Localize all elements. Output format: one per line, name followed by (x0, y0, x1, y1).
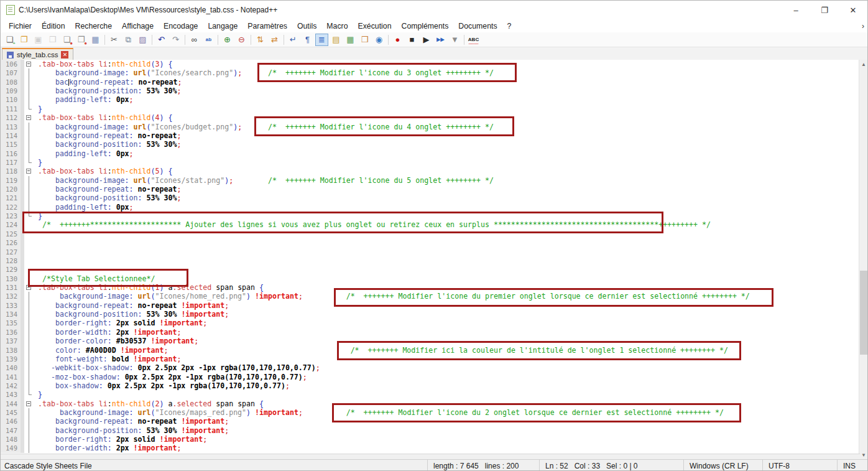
toolbar-separator (251, 35, 251, 45)
sync-horizontal-scroll-icon[interactable]: ⇄ (268, 34, 281, 46)
menu-item-documents[interactable]: Documents (453, 21, 502, 32)
notepadpp-logo-icon (6, 5, 15, 15)
line-number: 149 (1, 444, 21, 452)
code-text: .tab-box-tabs li:nth-child(3) { (34, 60, 172, 68)
menu-item-dition[interactable]: Édition (37, 21, 70, 32)
new-file-icon[interactable]: ❏+ (3, 34, 16, 46)
menu-item-affichage[interactable]: Affichage (117, 21, 159, 32)
code-line: 126 (1, 238, 860, 247)
save-all-icon[interactable]: ❒ (46, 34, 59, 46)
spell-check-icon[interactable]: ABC (467, 34, 480, 46)
menu-item-complments[interactable]: Compléments (397, 21, 454, 32)
code-text (34, 256, 38, 265)
line-number: 132 (1, 292, 21, 301)
vertical-scrollbar[interactable]: ▲ ▼ (859, 60, 867, 459)
restore-button[interactable]: ❐ (810, 1, 839, 19)
code-text (34, 238, 38, 247)
code-text: background-position: 53% 30% !important; (34, 426, 229, 435)
scrollbar-thumb[interactable] (860, 271, 867, 355)
menu-item-macro[interactable]: Macro (321, 21, 353, 32)
copy-icon[interactable]: ⧉ (122, 34, 135, 46)
fold-open-icon[interactable] (24, 283, 34, 292)
line-number: 131 (1, 283, 21, 292)
macro-play-icon[interactable]: ▶ (420, 34, 433, 46)
fold-cont-icon (24, 363, 34, 372)
code-line: 139 font-weight: bold !important; (1, 355, 860, 363)
macro-record-icon[interactable]: ● (391, 34, 404, 46)
paste-icon[interactable]: ▨ (136, 34, 149, 46)
document-monitoring-eye-icon[interactable]: ◉ (372, 34, 386, 46)
save-icon[interactable]: ▣ (32, 34, 45, 46)
macro-run-multiple-icon[interactable]: ▶▶ (434, 34, 447, 46)
scroll-up-icon[interactable]: ▲ (859, 60, 868, 68)
code-editor[interactable]: 106.tab-box-tabs li:nth-child(3) {107 ba… (1, 60, 860, 454)
code-line: 149 border-width: 2px !important; (1, 444, 860, 452)
zoom-out-icon[interactable]: ⊖ (235, 34, 248, 46)
zoom-in-icon[interactable]: ⊕ (221, 34, 234, 46)
redo-icon[interactable]: ↷ (169, 34, 182, 46)
code-text: .tab-box-tabs li:nth-child(5) { (34, 167, 172, 175)
folder-as-workspace-icon[interactable]: ❒ (358, 34, 371, 46)
menu-item-excution[interactable]: Exécution (353, 21, 396, 32)
menu-item-?[interactable]: ? (502, 21, 517, 32)
fold-open-icon[interactable] (24, 60, 34, 68)
toolbar-separator (152, 35, 152, 45)
fold-open-icon[interactable] (24, 167, 34, 175)
line-number: 110 (1, 95, 21, 104)
show-all-characters-icon[interactable]: ¶ (301, 34, 314, 46)
replace-icon[interactable]: ab (202, 34, 215, 46)
open-folder-icon[interactable]: ❐ (17, 34, 30, 46)
menu-item-fichier[interactable]: Fichier (4, 21, 37, 32)
menu-item-langage[interactable]: Langage (203, 21, 242, 32)
line-number: 111 (1, 105, 21, 113)
close-document-icon[interactable]: ❏● (60, 34, 73, 46)
line-number: 119 (1, 176, 21, 185)
undo-icon[interactable]: ↶ (155, 34, 168, 46)
menu-overflow-icon[interactable]: › (862, 22, 864, 30)
code-line: 131.tab-box-tabs li:nth-child(1) a.selec… (1, 283, 860, 292)
line-number: 145 (1, 408, 21, 417)
minimize-button[interactable]: – (782, 1, 810, 19)
code-text: .tab-box-tabs li:nth-child(1) a.selected… (34, 283, 264, 292)
cut-icon[interactable]: ✂ (108, 34, 121, 46)
fold-margin (24, 220, 34, 229)
code-text: padding-left: 0px; (34, 95, 134, 104)
print-icon[interactable]: ▦ (89, 34, 102, 46)
horizontal-scrollbar[interactable] (1, 454, 860, 459)
code-text: color: #A00D0D !important; /* +++++++ Mo… (34, 346, 728, 355)
menu-item-encodage[interactable]: Encodage (159, 21, 203, 32)
title-bar: C:\Users\IvanMalapa\Desktop\Mes VM\Resso… (1, 1, 867, 19)
close-button[interactable]: ✕ (839, 1, 867, 19)
code-text: background-repeat: no-repeat; (34, 78, 182, 86)
sync-vertical-scroll-icon[interactable]: ⇅ (254, 34, 267, 46)
code-text: border-width: 2px !important; (34, 444, 181, 452)
word-wrap-icon[interactable]: ↵ (287, 34, 300, 46)
fold-end-icon (24, 158, 34, 167)
status-cell-3: Windows (CR LF) (683, 460, 762, 471)
line-number: 120 (1, 185, 21, 194)
macro-save-icon[interactable]: ▼ (448, 34, 461, 46)
fold-cont-icon (24, 185, 34, 194)
code-text: padding-left: 0px; (34, 203, 134, 212)
menu-item-outils[interactable]: Outils (292, 21, 321, 32)
find-icon[interactable]: ∞ (188, 34, 201, 46)
line-number: 143 (1, 390, 21, 399)
tab-style_tab-css[interactable]: style_tab.css✕ (2, 48, 73, 60)
menu-item-recherche[interactable]: Recherche (70, 21, 117, 32)
menu-item-paramtres[interactable]: Paramètres (242, 21, 292, 32)
fold-open-icon[interactable] (24, 399, 34, 408)
code-text: box-shadow: 0px 2.5px 2px -1px rgba(170,… (34, 381, 290, 390)
close-all-documents-icon[interactable]: ❐● (75, 34, 88, 46)
code-line: 140 -webkit-box-shadow: 0px 2.5px 2px -1… (1, 363, 860, 372)
function-list-icon[interactable]: ▤ (330, 34, 343, 46)
show-indent-guide-icon[interactable]: ≣ (315, 34, 328, 46)
fold-open-icon[interactable] (24, 113, 34, 122)
macro-stop-icon[interactable]: ■ (405, 34, 418, 46)
code-line: 119 background-image: url("Icones/stat.p… (1, 176, 860, 185)
code-line: 109 background-position: 53% 30%; (1, 86, 860, 95)
tab-close-icon[interactable]: ✕ (61, 51, 68, 58)
scroll-down-icon[interactable]: ▼ (859, 450, 868, 459)
code-text: background-position: 53% 30%; (34, 86, 181, 95)
document-map-icon[interactable]: ▦ (344, 34, 357, 46)
fold-margin (24, 238, 34, 247)
